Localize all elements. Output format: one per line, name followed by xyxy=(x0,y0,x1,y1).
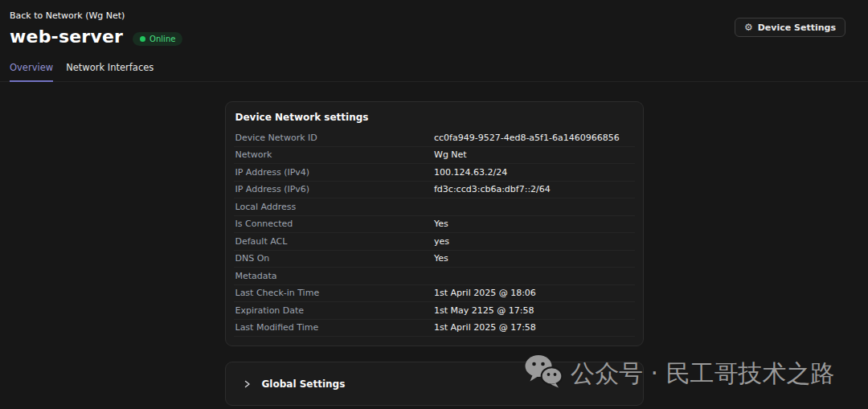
page-header: Back to Network (Wg Net) web-server Onli… xyxy=(0,0,868,47)
status-label: Online xyxy=(149,35,175,43)
global-settings-card[interactable]: Global Settings xyxy=(225,362,644,406)
row-label: Device Network ID xyxy=(235,133,435,143)
tab-network-interfaces[interactable]: Network Interfaces xyxy=(66,58,154,81)
device-network-settings-card: Device Network settings Device Network I… xyxy=(225,101,644,346)
row-label: DNS On xyxy=(235,253,435,264)
row-value: Wg Net xyxy=(434,149,467,160)
row-label: Last Modified Time xyxy=(235,322,435,333)
gear-icon: ⚙ xyxy=(744,22,753,32)
table-row: Local Address xyxy=(234,198,635,216)
row-label: Network xyxy=(235,149,435,160)
table-row: Expiration Date 1st May 2125 @ 17:58 xyxy=(234,302,635,320)
row-value: cc0fa949-9527-4ed8-a5f1-6a1460966856 xyxy=(434,133,620,143)
chevron-right-icon xyxy=(242,379,252,389)
table-row: Network Wg Net xyxy=(234,147,635,165)
row-value: 100.124.63.2/24 xyxy=(434,167,507,178)
page-title: web-server xyxy=(10,27,123,47)
online-dot-icon xyxy=(140,36,145,42)
settings-rows: Device Network ID cc0fa949-9527-4ed8-a5f… xyxy=(234,129,635,337)
main-content: Device Network settings Device Network I… xyxy=(0,101,868,406)
row-value: Yes xyxy=(434,219,448,229)
row-label: Default ACL xyxy=(235,236,435,247)
table-row: IP Address (IPv4) 100.124.63.2/24 xyxy=(234,164,635,182)
row-value: fd3c:ccd3:cb6a:dbf7::2/64 xyxy=(434,184,551,194)
row-label: Local Address xyxy=(235,202,435,212)
table-row: Default ACL yes xyxy=(234,233,635,251)
row-value: 1st April 2025 @ 18:06 xyxy=(434,288,536,298)
device-detail-page: Back to Network (Wg Net) web-server Onli… xyxy=(0,0,868,406)
table-row: Device Network ID cc0fa949-9527-4ed8-a5f… xyxy=(234,129,635,147)
table-row: IP Address (IPv6) fd3c:ccd3:cb6a:dbf7::2… xyxy=(234,182,635,199)
row-value: 1st May 2125 @ 17:58 xyxy=(434,305,534,316)
row-label: Last Check-in Time xyxy=(235,288,435,298)
row-label: Is Connected xyxy=(235,219,435,229)
breadcrumb[interactable]: Back to Network (Wg Net) xyxy=(10,10,125,21)
status-badge: Online xyxy=(133,32,182,46)
row-label: IP Address (IPv4) xyxy=(235,167,435,178)
row-value: yes xyxy=(434,236,449,247)
row-label: Metadata xyxy=(235,271,435,281)
row-value: 1st April 2025 @ 17:58 xyxy=(434,322,536,333)
row-label: IP Address (IPv6) xyxy=(235,184,435,194)
device-settings-button[interactable]: ⚙ Device Settings xyxy=(735,18,845,37)
table-row: Last Check-in Time 1st April 2025 @ 18:0… xyxy=(234,285,635,303)
table-row: Is Connected Yes xyxy=(234,216,635,234)
global-settings-label: Global Settings xyxy=(262,378,346,390)
table-row: DNS On Yes xyxy=(234,251,635,268)
device-settings-label: Device Settings xyxy=(758,23,836,32)
tab-bar: Overview Network Interfaces xyxy=(0,58,868,82)
row-label: Expiration Date xyxy=(235,305,435,316)
table-row: Metadata xyxy=(234,268,635,285)
row-value: Yes xyxy=(434,253,448,264)
table-row: Last Modified Time 1st April 2025 @ 17:5… xyxy=(234,320,635,337)
tab-overview[interactable]: Overview xyxy=(10,58,53,82)
title-row: web-server Online xyxy=(10,27,845,47)
card-title: Device Network settings xyxy=(234,102,635,129)
